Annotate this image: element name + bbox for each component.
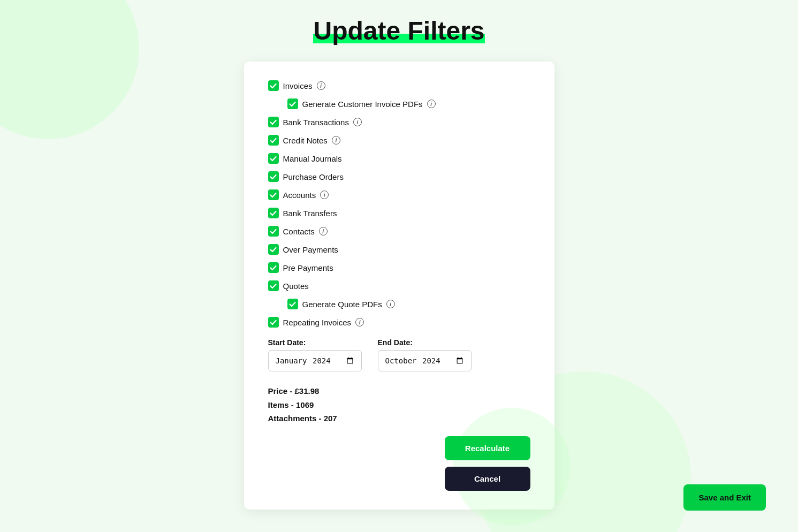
checkbox-quotes[interactable]: [268, 280, 279, 291]
checkbox-bank-transfers[interactable]: [268, 208, 279, 218]
checkbox-label-generate-quote-pdfs: Generate Quote PDFs: [302, 300, 382, 309]
checkbox-label-bank-transfers: Bank Transfers: [283, 209, 337, 218]
info-icon-generate-quote-pdfs[interactable]: i: [386, 300, 395, 308]
start-date-field: Start Date:: [268, 338, 362, 371]
page-title: Update Filters: [313, 16, 484, 45]
checkbox-label-quotes: Quotes: [283, 282, 309, 291]
checkbox-label-manual-journals: Manual Journals: [283, 154, 342, 163]
checkbox-over-payments[interactable]: [268, 244, 279, 255]
recalculate-button[interactable]: Recalculate: [445, 436, 530, 460]
checkbox-label-repeating-invoices: Repeating Invoices: [283, 318, 352, 327]
checkbox-generate-customer-invoice-pdfs[interactable]: [287, 98, 298, 109]
checkbox-item-pre-payments: Pre Payments: [268, 262, 530, 273]
checkbox-label-accounts: Accounts: [283, 191, 316, 200]
date-section: Start Date: End Date:: [268, 338, 530, 371]
checkbox-bank-transactions[interactable]: [268, 117, 279, 127]
checkbox-item-quotes: Quotes: [268, 280, 530, 291]
checkbox-item-purchase-orders: Purchase Orders: [268, 171, 530, 182]
start-date-input[interactable]: [268, 350, 362, 371]
attachments-line: Attachments - 207: [268, 412, 530, 425]
checkbox-item-contacts: Contactsi: [268, 226, 530, 237]
checkbox-item-accounts: Accountsi: [268, 189, 530, 200]
items-line: Items - 1069: [268, 398, 530, 412]
checkbox-item-bank-transactions: Bank Transactionsi: [268, 117, 530, 127]
checkbox-purchase-orders[interactable]: [268, 171, 279, 182]
checkbox-generate-quote-pdfs[interactable]: [287, 299, 298, 309]
checkbox-credit-notes[interactable]: [268, 135, 279, 146]
checkbox-accounts[interactable]: [268, 189, 279, 200]
info-icon-accounts[interactable]: i: [320, 191, 329, 199]
checkbox-label-invoices: Invoices: [283, 81, 313, 90]
checkbox-label-contacts: Contacts: [283, 227, 315, 236]
end-date-label: End Date:: [378, 338, 472, 347]
start-date-label: Start Date:: [268, 338, 362, 347]
checkbox-item-generate-customer-invoice-pdfs: Generate Customer Invoice PDFsi: [268, 98, 530, 109]
end-date-input[interactable]: [378, 350, 472, 371]
checkbox-item-credit-notes: Credit Notesi: [268, 135, 530, 146]
checkbox-label-pre-payments: Pre Payments: [283, 263, 333, 272]
checkbox-label-purchase-orders: Purchase Orders: [283, 172, 344, 181]
checkboxes-list: Invoicesi Generate Customer Invoice PDFs…: [268, 80, 530, 328]
checkbox-contacts[interactable]: [268, 226, 279, 237]
checkbox-manual-journals[interactable]: [268, 153, 279, 164]
info-icon-generate-customer-invoice-pdfs[interactable]: i: [427, 100, 436, 108]
checkbox-item-invoices: Invoicesi: [268, 80, 530, 91]
page-wrapper: Update Filters Invoicesi Generate Custom…: [0, 0, 798, 510]
checkbox-item-manual-journals: Manual Journals: [268, 153, 530, 164]
checkbox-pre-payments[interactable]: [268, 262, 279, 273]
checkbox-invoices[interactable]: [268, 80, 279, 91]
save-and-exit-button[interactable]: Save and Exit: [683, 484, 766, 511]
info-icon-bank-transactions[interactable]: i: [353, 118, 362, 126]
price-line: Price - £31.98: [268, 384, 530, 398]
modal-content: Invoicesi Generate Customer Invoice PDFs…: [268, 80, 530, 491]
summary-section: Price - £31.98 Items - 1069 Attachments …: [268, 384, 530, 425]
checkbox-label-bank-transactions: Bank Transactions: [283, 118, 349, 127]
cancel-button[interactable]: Cancel: [445, 467, 530, 491]
info-icon-invoices[interactable]: i: [317, 81, 325, 90]
end-date-field: End Date:: [378, 338, 472, 371]
info-icon-repeating-invoices[interactable]: i: [355, 318, 364, 326]
checkbox-repeating-invoices[interactable]: [268, 317, 279, 328]
checkbox-item-generate-quote-pdfs: Generate Quote PDFsi: [268, 299, 530, 309]
info-icon-credit-notes[interactable]: i: [332, 136, 340, 145]
modal-container: Invoicesi Generate Customer Invoice PDFs…: [244, 62, 554, 510]
checkbox-label-over-payments: Over Payments: [283, 245, 338, 254]
checkbox-label-generate-customer-invoice-pdfs: Generate Customer Invoice PDFs: [302, 100, 423, 109]
checkbox-item-bank-transfers: Bank Transfers: [268, 208, 530, 218]
page-title-container: Update Filters: [313, 16, 484, 45]
checkbox-label-credit-notes: Credit Notes: [283, 136, 328, 145]
checkbox-item-repeating-invoices: Repeating Invoicesi: [268, 317, 530, 328]
checkbox-item-over-payments: Over Payments: [268, 244, 530, 255]
button-row: Recalculate Cancel: [268, 436, 530, 491]
info-icon-contacts[interactable]: i: [319, 227, 328, 235]
